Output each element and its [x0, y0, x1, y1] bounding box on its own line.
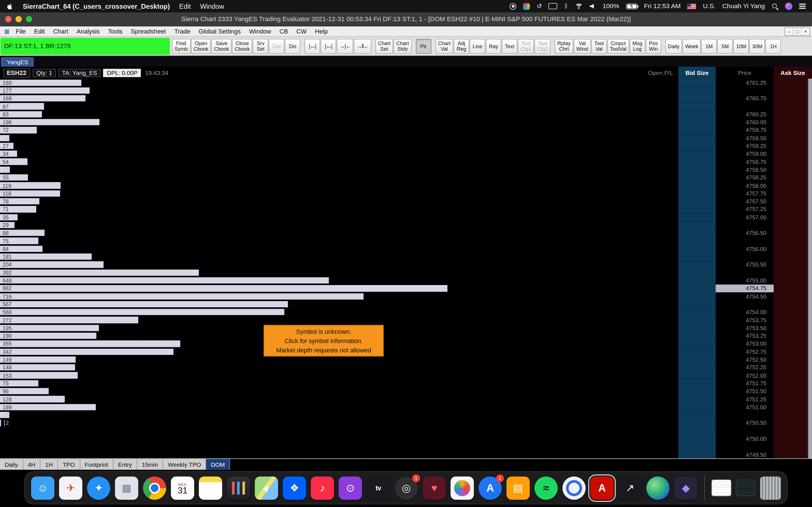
minimized-terminal-thumbnail[interactable] [736, 480, 756, 496]
bottom-tab-1h[interactable]: 1H [41, 459, 58, 470]
window-title-bar[interactable]: Sierra Chart 2333 YangES Trading Evaluat… [0, 12, 812, 26]
price-cell-last-traded[interactable]: 4754.75 [716, 284, 774, 292]
toolbar-button-save-cbook[interactable]: SaveCbook [211, 39, 232, 54]
bid-size-cell[interactable] [678, 316, 716, 324]
ask-size-cell[interactable] [774, 443, 812, 451]
books-dock-icon[interactable]: ▤ [506, 476, 530, 500]
toolbar-button-tool-cfg1[interactable]: ToolCfg1 [518, 39, 534, 54]
toolbar-button-chart-set[interactable]: ChartSet [375, 39, 393, 54]
ask-size-cell[interactable] [774, 142, 812, 150]
user-name[interactable]: Chuah Yi Yang [722, 3, 765, 10]
siri-icon[interactable] [785, 3, 792, 10]
dropbox-dock-icon[interactable]: ❖ [283, 476, 306, 500]
ask-size-cell[interactable] [774, 363, 812, 372]
bid-size-cell[interactable] [678, 94, 716, 102]
control-center-icon[interactable] [799, 3, 806, 9]
ask-size-cell[interactable] [774, 348, 812, 355]
price-cell[interactable]: 4759.75 [716, 126, 774, 134]
bid-size-cell[interactable] [678, 181, 716, 189]
toolbar-button-daily[interactable]: Daily [665, 39, 682, 54]
colorful-app-icon[interactable] [523, 3, 530, 10]
toolbar-button-find-symb[interactable]: FindSymb [172, 39, 190, 54]
price-cell[interactable]: 4751.75 [716, 379, 774, 387]
toolbar-button-icon[interactable]: →|← [337, 39, 353, 54]
ask-size-cell[interactable] [774, 261, 812, 269]
bid-size-cell[interactable] [678, 102, 716, 110]
toolbar-button-line[interactable]: Line [470, 39, 485, 54]
bid-size-cell[interactable] [678, 277, 716, 284]
ask-size-cell[interactable] [774, 277, 812, 284]
ask-size-cell[interactable] [774, 308, 812, 316]
price-cell[interactable]: 4754.00 [716, 308, 774, 316]
ask-size-cell[interactable] [774, 221, 812, 229]
ask-size-cell[interactable] [774, 300, 812, 308]
toolbar-button-icon[interactable]: |↔| [320, 39, 336, 54]
mdi-restore-icon[interactable]: □ [793, 27, 801, 35]
price-cell[interactable]: 4760.75 [716, 94, 774, 102]
bid-size-cell[interactable] [678, 419, 716, 427]
ask-size-cell[interactable] [774, 419, 812, 427]
blue-ring-dock-icon[interactable] [562, 476, 586, 500]
ask-size-cell[interactable] [774, 252, 812, 261]
price-cell[interactable] [716, 221, 774, 229]
volume-icon[interactable] [590, 3, 596, 9]
bid-size-cell[interactable] [678, 324, 716, 332]
trade-account-label[interactable]: TA: Yang_ES [58, 68, 101, 76]
price-cell[interactable]: 4753.50 [716, 324, 774, 332]
appmenu-item-spreadsheet[interactable]: Spreadsheet [126, 27, 170, 35]
toolbar-button-chart-stdy[interactable]: ChartStdy [394, 39, 411, 54]
ask-size-cell[interactable] [774, 395, 812, 403]
toolbar-button-icon[interactable]: |↔| [305, 39, 320, 54]
ask-size-cell[interactable] [774, 229, 812, 237]
toolbar-button-cmpct-toolval[interactable]: CmpctToolVal [607, 39, 629, 54]
bid-size-cell[interactable] [678, 356, 716, 363]
earth-dock-icon[interactable] [646, 476, 670, 500]
ask-size-cell[interactable] [774, 166, 812, 173]
price-cell[interactable]: 4751.50 [716, 387, 774, 395]
acrobat-dock-icon[interactable]: A [591, 476, 614, 500]
stocks-dock-icon[interactable]: ↗ [618, 476, 642, 500]
bid-size-cell[interactable] [678, 261, 716, 269]
bid-size-cell[interactable] [678, 308, 716, 316]
bid-size-cell[interactable] [678, 395, 716, 403]
bid-size-cell[interactable] [678, 443, 716, 451]
appmenu-item-tools[interactable]: Tools [104, 27, 126, 35]
price-cell[interactable]: 4751.00 [716, 403, 774, 411]
bid-size-cell[interactable] [678, 300, 716, 308]
ask-size-cell[interactable] [774, 173, 812, 181]
bottom-tab-entry[interactable]: Entry [113, 459, 137, 470]
price-cell[interactable]: 4754.50 [716, 292, 774, 300]
podcasts-dock-icon[interactable]: ⊙ [339, 476, 362, 500]
price-cell[interactable] [716, 427, 774, 435]
ask-size-cell[interactable] [774, 189, 812, 198]
bid-size-cell[interactable] [678, 213, 716, 221]
bid-size-cell[interactable] [678, 237, 716, 245]
preview-dock-icon[interactable]: ▦ [115, 476, 139, 500]
price-cell[interactable]: 4760.00 [716, 118, 774, 126]
bid-size-cell[interactable] [678, 252, 716, 261]
launchpad-dock-icon[interactable]: ✈ [59, 476, 82, 500]
ask-size-cell[interactable] [774, 126, 812, 134]
bid-size-cell[interactable] [678, 110, 716, 118]
ask-size-cell[interactable] [774, 411, 812, 419]
photos-dock-icon[interactable] [451, 476, 474, 500]
ask-size-cell[interactable] [774, 237, 812, 245]
price-cell[interactable]: 4752.75 [716, 348, 774, 355]
bid-size-cell[interactable] [678, 158, 716, 166]
price-cell[interactable]: 4755.00 [716, 277, 774, 284]
price-cell[interactable]: 4757.50 [716, 198, 774, 205]
toolbar-button-msg-log[interactable]: MsgLog [629, 39, 645, 54]
toolbar-button-1m[interactable]: 1M [702, 39, 717, 54]
price-cell[interactable]: 4756.50 [716, 229, 774, 237]
ask-size-cell[interactable] [774, 324, 812, 332]
price-cell[interactable]: 4758.50 [716, 166, 774, 173]
ask-size-cell[interactable] [774, 87, 812, 94]
symbol-alert-box[interactable]: Symbol is unknown. Click for symbol info… [264, 325, 384, 356]
bid-size-cell[interactable] [678, 332, 716, 340]
ask-size-cell[interactable] [774, 284, 812, 292]
toolbar-button-val-wind[interactable]: ValWind [574, 39, 591, 54]
price-cell[interactable] [716, 300, 774, 308]
bluetooth-icon[interactable]: ᛒ [564, 3, 568, 10]
price-cell[interactable]: 4751.25 [716, 395, 774, 403]
price-cell[interactable]: 4756.00 [716, 245, 774, 252]
